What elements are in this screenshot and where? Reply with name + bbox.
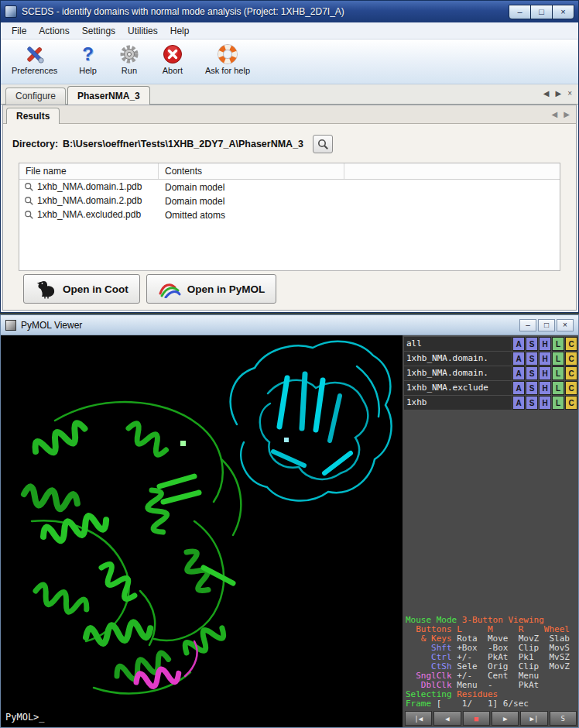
menu-actions[interactable]: Actions [33,24,75,38]
preferences-button[interactable]: Preferences [9,42,60,77]
action-button[interactable]: A [512,352,525,366]
vcr-back-button[interactable]: ◀ [433,711,461,726]
label-button[interactable]: L [552,396,564,410]
color-button[interactable]: C [565,337,577,351]
tab-scroll-left-icon[interactable]: ◀ [543,89,550,98]
protein-ribbon-rendering [1,335,403,727]
menu-file[interactable]: File [5,24,33,38]
tools-icon [24,43,46,65]
directory-value: B:\Users\oeffner\Tests\1XHB_2DY7_A\Phase… [63,139,303,149]
abort-label: Abort [163,66,183,75]
show-button[interactable]: S [526,396,538,410]
maximize-button[interactable]: □ [530,5,553,19]
results-scroll-right-icon[interactable]: ▶ [564,110,570,118]
vcr-rewind-button[interactable]: |◀ [405,711,432,726]
pymol-command-prompt[interactable]: PyMOL>_ [5,712,45,723]
color-button[interactable]: C [565,352,577,366]
help-label: Help [79,66,97,75]
vcr-scene-button[interactable]: S [550,711,577,726]
table-row[interactable]: 1xhb_NMA.domain.1.pdb Domain model [19,180,560,194]
pymol-window-title: PyMOL Viewer [21,320,518,331]
object-name-excluded[interactable]: 1xhb_NMA.exclude [404,381,512,395]
vcr-forward-button[interactable]: ▶| [520,711,547,726]
hide-button[interactable]: H [539,381,551,395]
table-row[interactable]: 1xhb_NMA.domain.2.pdb Domain model [19,194,560,208]
color-button[interactable]: C [565,381,577,395]
molecule-viewport[interactable]: PyMOL>_ [1,335,403,727]
action-button[interactable]: A [512,337,525,351]
file-contents: Omitted atoms [165,210,225,221]
run-button[interactable]: Run [115,42,143,77]
hide-button[interactable]: H [539,352,551,366]
phasernma-pane: Results ◀ ▶ Directory: B:\Users\oeffner\… [2,105,577,311]
mouse-mode-panel: Mouse Mode 3-Button Viewing Buttons L M … [404,616,577,711]
run-label: Run [122,66,137,75]
action-button[interactable]: A [512,381,525,395]
tab-results[interactable]: Results [6,108,60,124]
tab-phasernma-3[interactable]: PhaserNMA_3 [67,86,150,105]
ask-for-help-button[interactable]: Ask for help [202,42,253,77]
action-button[interactable]: A [512,366,525,380]
directory-row: Directory: B:\Users\oeffner\Tests\1XHB_2… [3,124,576,153]
results-scroll-left-icon[interactable]: ◀ [552,110,558,118]
sceds-window-title: SCEDS - identify domains with normal mod… [22,6,509,17]
minimize-button[interactable]: – [509,5,531,19]
tab-nav: ◀ ▶ × [543,89,572,98]
label-button[interactable]: L [552,366,564,380]
column-header-contents[interactable]: Contents [159,163,344,179]
menu-settings[interactable]: Settings [76,24,122,38]
show-button[interactable]: S [526,366,538,380]
object-name-all[interactable]: all [404,337,512,351]
tab-scroll-right-icon[interactable]: ▶ [555,89,561,98]
pymol-maximize-button[interactable]: □ [538,319,555,331]
object-name-1xhb[interactable]: 1xhb [404,396,512,410]
hide-button[interactable]: H [539,396,551,410]
browse-button[interactable] [313,135,333,153]
object-row: all A S H L C [404,337,577,351]
file-table: File name Contents 1xhb_NMA.domain.1.pdb… [19,163,560,271]
sceds-window-controls: – □ × [509,5,574,19]
color-button[interactable]: C [565,366,577,380]
open-in-coot-label: Open in Coot [63,283,128,295]
object-name-domain1[interactable]: 1xhb_NMA.domain. [404,352,512,366]
column-header-file-name[interactable]: File name [19,163,159,179]
open-in-pymol-button[interactable]: Open in PyMOL [146,274,277,304]
object-name-domain2[interactable]: 1xhb_NMA.domain. [404,366,512,380]
open-in-coot-button[interactable]: Open in Coot [23,274,140,304]
file-contents: Domain model [165,196,224,207]
hide-button[interactable]: H [539,337,551,351]
pymol-close-button[interactable]: × [557,319,574,331]
menu-help[interactable]: Help [164,24,196,38]
pymol-titlebar[interactable]: PyMOL Viewer – □ × [1,315,578,335]
vcr-stop-button[interactable]: ■ [463,711,490,726]
close-button[interactable]: × [552,5,574,19]
tab-close-icon[interactable]: × [567,89,572,98]
label-button[interactable]: L [552,381,564,395]
file-contents: Domain model [165,182,224,193]
label-button[interactable]: L [552,337,564,351]
label-button[interactable]: L [552,352,564,366]
file-name: 1xhb_NMA.domain.1.pdb [37,181,142,192]
object-row: 1xhb_NMA.domain. A S H L C [404,352,577,366]
show-button[interactable]: S [526,381,538,395]
action-button[interactable]: A [512,396,525,410]
color-button[interactable]: C [565,396,577,410]
show-button[interactable]: S [526,337,538,351]
table-row[interactable]: 1xhb_NMA.excluded.pdb Omitted atoms [19,208,560,221]
object-row: 1xhb_NMA.domain. A S H L C [404,366,577,380]
magnifier-icon [24,196,34,206]
help-button[interactable]: ? Help [76,42,100,77]
main-tabbar: Configure PhaserNMA_3 ◀ ▶ × [1,84,578,105]
tab-configure[interactable]: Configure [5,88,66,105]
abort-button[interactable]: Abort [159,42,187,77]
magnifier-icon [24,182,34,192]
sceds-window: SCEDS - identify domains with normal mod… [0,0,579,313]
menu-utilities[interactable]: Utilities [122,24,164,38]
vcr-play-button[interactable]: ▶ [492,711,519,726]
hide-button[interactable]: H [539,366,551,380]
sceds-titlebar[interactable]: SCEDS - identify domains with normal mod… [1,1,578,22]
pymol-minimize-button[interactable]: – [519,319,536,331]
show-button[interactable]: S [526,352,538,366]
results-tabbar: Results ◀ ▶ [3,105,576,124]
abort-icon [162,43,183,65]
